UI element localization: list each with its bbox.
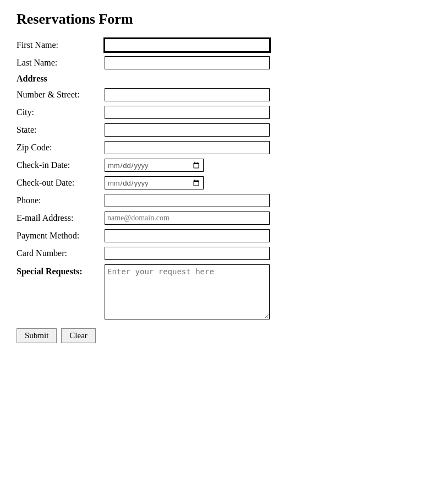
phone-input[interactable] <box>105 194 270 207</box>
submit-button[interactable]: Submit <box>17 328 57 343</box>
reservations-form: Reservations Form First Name: Last Name:… <box>17 11 347 343</box>
payment-input[interactable] <box>105 229 270 242</box>
phone-label: Phone: <box>17 196 105 205</box>
state-input[interactable] <box>105 123 270 137</box>
checkout-row: Check-out Date: <box>17 176 347 189</box>
city-label: City: <box>17 107 105 117</box>
street-row: Number & Street: <box>17 88 347 101</box>
first-name-row: First Name: <box>17 39 347 52</box>
zip-label: Zip Code: <box>17 143 105 153</box>
special-row: Special Requests: <box>17 264 347 319</box>
last-name-label: Last Name: <box>17 58 105 68</box>
email-row: E-mail Address: <box>17 212 347 225</box>
street-label: Number & Street: <box>17 90 105 100</box>
special-textarea[interactable] <box>105 264 270 319</box>
state-row: State: <box>17 123 347 137</box>
clear-button[interactable]: Clear <box>61 328 95 343</box>
email-input[interactable] <box>105 212 270 225</box>
zip-input[interactable] <box>105 141 270 154</box>
street-input[interactable] <box>105 88 270 101</box>
page-title: Reservations Form <box>17 11 347 28</box>
checkin-input[interactable] <box>105 159 204 172</box>
first-name-input[interactable] <box>105 39 270 52</box>
card-row: Card Number: <box>17 247 347 260</box>
state-label: State: <box>17 125 105 135</box>
checkin-label: Check-in Date: <box>17 160 105 170</box>
button-row: Submit Clear <box>17 328 347 343</box>
last-name-input[interactable] <box>105 56 270 69</box>
payment-label: Payment Method: <box>17 231 105 241</box>
checkout-input[interactable] <box>105 176 204 189</box>
city-input[interactable] <box>105 106 270 119</box>
payment-row: Payment Method: <box>17 229 347 242</box>
zip-row: Zip Code: <box>17 141 347 154</box>
city-row: City: <box>17 106 347 119</box>
email-label: E-mail Address: <box>17 213 105 223</box>
card-label: Card Number: <box>17 248 105 258</box>
special-label: Special Requests: <box>17 264 105 276</box>
first-name-label: First Name: <box>17 40 105 50</box>
phone-row: Phone: <box>17 194 347 207</box>
address-heading: Address <box>17 74 347 84</box>
checkout-label: Check-out Date: <box>17 178 105 188</box>
card-input[interactable] <box>105 247 270 260</box>
checkin-row: Check-in Date: <box>17 159 347 172</box>
last-name-row: Last Name: <box>17 56 347 69</box>
